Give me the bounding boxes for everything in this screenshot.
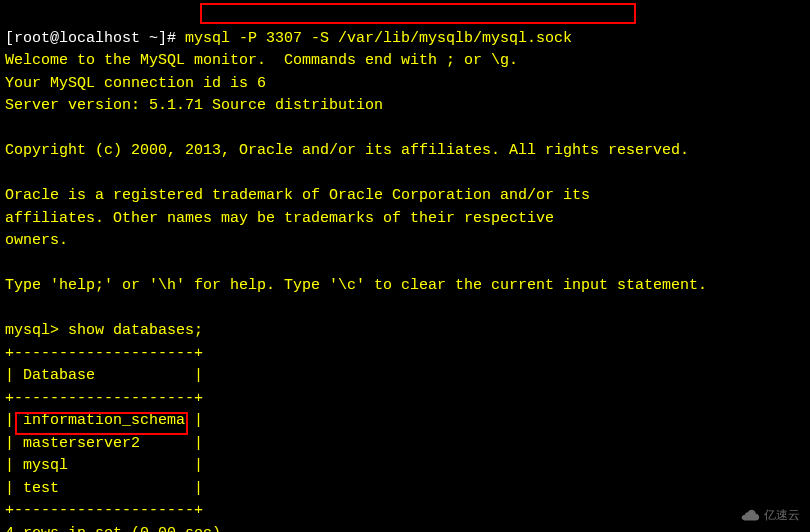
version-text: Server version: 5.1.71 Source distributi… (5, 97, 383, 114)
trademark-text-2: affiliates. Other names may be trademark… (5, 210, 554, 227)
table-header: | Database | (5, 367, 203, 384)
table-row: | masterserver2 | (5, 435, 203, 452)
copyright-text: Copyright (c) 2000, 2013, Oracle and/or … (5, 142, 689, 159)
table-row: | information_schema | (5, 412, 203, 429)
table-row: | test | (5, 480, 203, 497)
watermark-text: 亿速云 (764, 506, 800, 524)
table-border-mid: +--------------------+ (5, 390, 203, 407)
shell-command[interactable]: mysql -P 3307 -S /var/lib/mysqlb/mysql.s… (185, 30, 572, 47)
connection-text: Your MySQL connection id is 6 (5, 75, 266, 92)
table-border-top: +--------------------+ (5, 345, 203, 362)
watermark: 亿速云 (740, 506, 800, 524)
table-row: | mysql | (5, 457, 203, 474)
shell-prompt: [root@localhost ~]# (5, 30, 176, 47)
trademark-text-1: Oracle is a registered trademark of Orac… (5, 187, 590, 204)
mysql-prompt: mysql> (5, 322, 59, 339)
mysql-query[interactable]: show databases; (68, 322, 203, 339)
terminal-output: [root@localhost ~]# mysql -P 3307 -S /va… (5, 5, 805, 532)
table-border-bottom: +--------------------+ (5, 502, 203, 519)
trademark-text-3: owners. (5, 232, 68, 249)
result-text: 4 rows in set (0.00 sec) (5, 525, 221, 533)
help-text: Type 'help;' or '\h' for help. Type '\c'… (5, 277, 707, 294)
cloud-icon (740, 508, 760, 522)
welcome-text: Welcome to the MySQL monitor. Commands e… (5, 52, 518, 69)
